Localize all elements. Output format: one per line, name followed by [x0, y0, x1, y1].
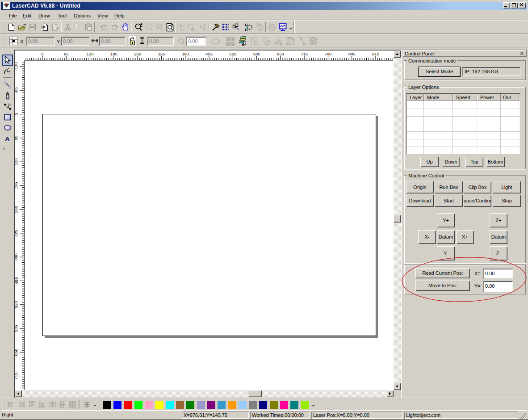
svg-text:650: 650: [15, 349, 19, 356]
svg-text:-130: -130: [15, 62, 19, 71]
svg-text:325: 325: [15, 230, 19, 237]
svg-text:195: 195: [15, 182, 19, 189]
svg-text:585: 585: [15, 325, 19, 332]
svg-text:520: 520: [229, 51, 236, 56]
svg-text:130: 130: [15, 158, 19, 165]
svg-text:715: 715: [301, 51, 308, 56]
svg-text:780: 780: [324, 51, 331, 56]
svg-text:390: 390: [182, 51, 189, 56]
svg-text:325: 325: [158, 51, 165, 56]
svg-text:455: 455: [15, 277, 19, 285]
svg-text:585: 585: [253, 51, 260, 56]
svg-text:195: 195: [110, 51, 117, 56]
svg-text:910: 910: [372, 51, 379, 56]
svg-text:455: 455: [205, 51, 213, 56]
svg-text:390: 390: [15, 253, 19, 260]
svg-text:260: 260: [15, 206, 19, 213]
svg-text:260: 260: [134, 51, 141, 56]
svg-text:130: 130: [87, 51, 94, 56]
svg-text:715: 715: [15, 373, 19, 380]
svg-text:650: 650: [277, 51, 284, 56]
svg-text:-65: -65: [15, 87, 19, 93]
svg-text:0: 0: [41, 51, 43, 56]
svg-text:520: 520: [15, 301, 19, 308]
svg-text:65: 65: [64, 51, 69, 56]
svg-text:845: 845: [348, 51, 356, 56]
svg-text:0: 0: [15, 113, 19, 115]
svg-text:65: 65: [15, 136, 19, 141]
